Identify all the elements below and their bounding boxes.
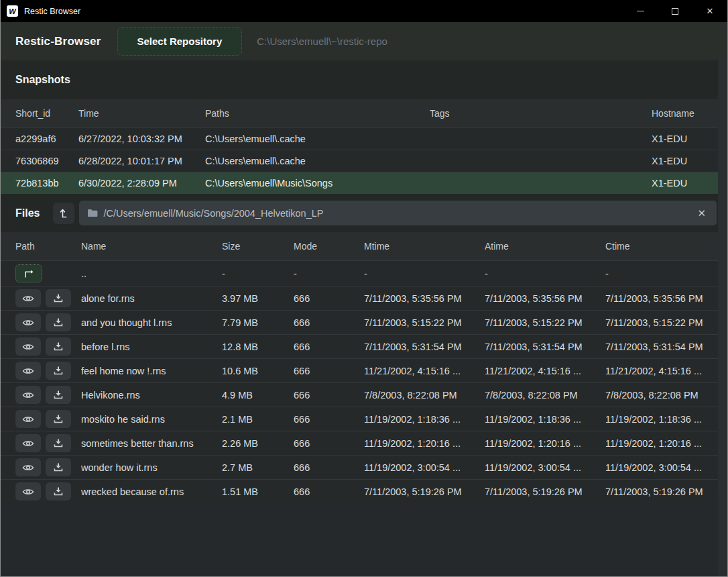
snapshots-column-header: Time <box>78 108 205 119</box>
file-mode: 666 <box>294 293 364 304</box>
up-level-icon <box>59 208 69 219</box>
file-name: before l.rns <box>81 342 222 352</box>
snapshot-hostname: X1-EDU <box>652 178 718 189</box>
file-size: 3.97 MB <box>222 293 294 304</box>
download-file-button[interactable] <box>46 482 71 501</box>
snapshot-paths: C:\Users\emuell\.cache <box>205 134 430 144</box>
file-mode: 666 <box>294 390 364 401</box>
files-column-header: Size <box>222 241 294 252</box>
file-atime: 7/11/2003, 5:15:22 PM <box>485 317 605 328</box>
eye-icon <box>22 391 34 399</box>
file-size: 2.26 MB <box>222 438 294 449</box>
snapshot-time: 6/30/2022, 2:28:09 PM <box>78 178 205 189</box>
file-mtime: 11/21/2002, 4:15:16 ... <box>364 366 485 376</box>
snapshots-table-header: Short_idTimePathsTagsHostname <box>1 99 718 127</box>
files-section-header: Files /C/Users/emuell/Music/Songs/2004_H… <box>1 194 718 232</box>
snapshot-hostname: X1-EDU <box>652 156 718 166</box>
select-repository-button[interactable]: Select Repository <box>117 27 243 56</box>
repository-path: C:\Users\emuell\~\restic-repo <box>257 36 387 47</box>
download-file-button[interactable] <box>46 410 71 428</box>
download-file-button[interactable] <box>46 362 71 380</box>
clear-path-button[interactable]: ✕ <box>694 206 709 221</box>
download-icon <box>54 366 63 375</box>
go-up-directory-button[interactable] <box>15 264 42 282</box>
go-to-parent-button[interactable] <box>53 203 74 224</box>
folder-icon <box>87 209 98 217</box>
eye-icon <box>22 367 34 375</box>
file-atime: 11/19/2002, 1:18:36 ... <box>485 414 605 425</box>
file-mode: 666 <box>294 317 364 328</box>
close-icon: ✕ <box>707 7 714 15</box>
file-row: and you thought l.rns 7.79 MB 666 7/11/2… <box>1 310 718 334</box>
eye-icon <box>22 415 34 423</box>
file-atime: 7/11/2003, 5:19:26 PM <box>485 486 605 497</box>
snapshot-row[interactable]: 72b813bb 6/30/2022, 2:28:09 PM C:\Users\… <box>1 172 718 194</box>
download-file-button[interactable] <box>46 434 71 452</box>
file-mode: 666 <box>294 486 364 497</box>
maximize-button[interactable] <box>658 0 692 22</box>
minimize-icon <box>637 11 644 11</box>
preview-file-button[interactable] <box>15 313 41 331</box>
download-icon <box>54 342 63 351</box>
scrollbar[interactable] <box>718 60 727 576</box>
file-ctime: - <box>605 268 718 279</box>
file-path-text: /C/Users/emuell/Music/Songs/2004_Helveti… <box>103 208 694 219</box>
files-table-body: .. - - - - - <box>1 260 718 503</box>
file-row: wonder how it.rns 2.7 MB 666 11/19/2002,… <box>1 455 718 479</box>
snapshot-time: 6/28/2022, 10:01:17 PM <box>78 156 205 166</box>
preview-file-button[interactable] <box>15 337 41 356</box>
minimize-button[interactable] <box>623 0 658 22</box>
preview-file-button[interactable] <box>15 362 41 380</box>
file-atime: 11/19/2002, 1:20:16 ... <box>485 438 605 449</box>
snapshots-table-body: a2299af6 6/27/2022, 10:03:32 PM C:\Users… <box>1 127 718 194</box>
file-atime: 7/11/2003, 5:31:54 PM <box>485 342 605 352</box>
download-icon <box>54 463 63 472</box>
files-column-header: Name <box>81 241 222 252</box>
download-file-button[interactable] <box>46 386 71 404</box>
file-ctime: 11/19/2002, 3:00:54 ... <box>605 462 718 473</box>
file-row: before l.rns 12.8 MB 666 7/11/2003, 5:31… <box>1 334 718 358</box>
snapshots-section-header: Snapshots <box>1 60 718 99</box>
download-file-button[interactable] <box>46 458 71 476</box>
file-name: wrecked because of.rns <box>81 486 222 497</box>
file-ctime: 7/11/2003, 5:31:54 PM <box>605 342 718 352</box>
close-button[interactable]: ✕ <box>692 0 727 22</box>
eye-icon <box>22 343 34 351</box>
preview-file-button[interactable] <box>15 386 41 404</box>
file-size: 4.9 MB <box>222 390 294 401</box>
preview-file-button[interactable] <box>15 410 41 428</box>
eye-icon <box>22 464 34 472</box>
file-mtime: - <box>364 268 485 279</box>
download-file-button[interactable] <box>46 313 71 331</box>
download-file-button[interactable] <box>46 289 71 307</box>
preview-file-button[interactable] <box>15 434 41 452</box>
file-mode: 666 <box>294 438 364 449</box>
download-icon <box>54 390 63 399</box>
file-atime: 7/11/2003, 5:35:56 PM <box>485 293 605 304</box>
download-file-button[interactable] <box>46 337 71 356</box>
preview-file-button[interactable] <box>15 482 41 501</box>
files-column-header: Atime <box>485 241 605 252</box>
file-row: feel home now !.rns 10.6 MB 666 11/21/20… <box>1 358 718 382</box>
snapshots-title: Snapshots <box>15 74 70 86</box>
snapshot-short-id: a2299af6 <box>15 134 78 144</box>
preview-file-button[interactable] <box>15 289 41 307</box>
preview-file-button[interactable] <box>15 458 41 476</box>
app-window: W Restic Browser ✕ Restic-Browser Select… <box>0 0 728 577</box>
download-icon <box>54 294 63 303</box>
files-column-header: Mode <box>294 241 364 252</box>
eye-icon <box>22 319 34 327</box>
file-name: alone for.rns <box>81 293 222 304</box>
file-name: sometimes better than.rns <box>81 438 222 449</box>
file-name: moskito he said.rns <box>81 414 222 425</box>
snapshot-row[interactable]: a2299af6 6/27/2022, 10:03:32 PM C:\Users… <box>1 127 718 150</box>
snapshot-time: 6/27/2022, 10:03:32 PM <box>78 134 205 144</box>
file-path-bar[interactable]: /C/Users/emuell/Music/Songs/2004_Helveti… <box>79 201 717 225</box>
file-ctime: 7/11/2003, 5:19:26 PM <box>605 486 718 497</box>
app-title: Restic-Browser <box>15 35 101 48</box>
file-atime: 11/19/2002, 3:00:54 ... <box>485 462 605 473</box>
file-ctime: 7/8/2003, 8:22:08 PM <box>605 390 718 401</box>
files-column-header: Path <box>15 241 81 252</box>
snapshot-row[interactable]: 76306869 6/28/2022, 10:01:17 PM C:\Users… <box>1 150 718 172</box>
file-mode: 666 <box>294 366 364 376</box>
